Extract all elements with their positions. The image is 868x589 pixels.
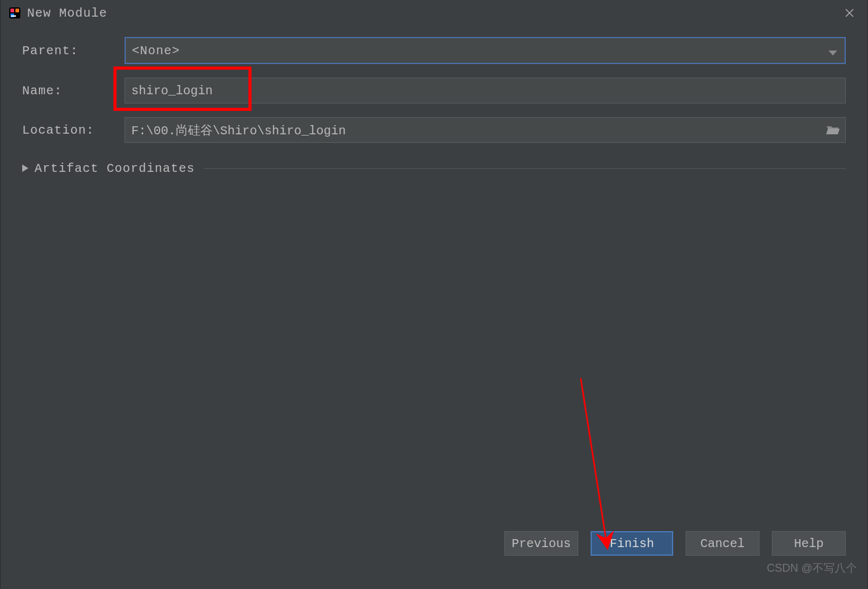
row-location: Location: (22, 117, 846, 143)
intellij-icon (9, 7, 21, 19)
label-location: Location: (22, 123, 125, 137)
svg-rect-1 (10, 9, 14, 12)
svg-rect-2 (15, 9, 19, 12)
close-icon (845, 9, 854, 17)
expander-divider (203, 168, 846, 169)
previous-button[interactable]: Previous (504, 531, 578, 556)
caret-down-icon (829, 46, 837, 60)
help-button[interactable]: Help (772, 531, 846, 556)
parent-dropdown[interactable]: <None> (125, 37, 846, 64)
label-name: Name: (22, 84, 125, 98)
button-bar: Previous Finish Cancel Help (0, 531, 868, 556)
svg-marker-8 (22, 165, 28, 172)
triangle-right-icon (22, 161, 28, 176)
name-input[interactable] (125, 78, 846, 104)
svg-rect-4 (11, 15, 16, 17)
titlebar: New Module (0, 0, 868, 26)
cancel-button[interactable]: Cancel (686, 531, 760, 556)
expander-label: Artifact Coordinates (35, 161, 195, 176)
folder-open-icon (826, 124, 840, 136)
browse-location-button[interactable] (824, 121, 842, 139)
finish-button[interactable]: Finish (591, 531, 673, 556)
location-input[interactable] (125, 117, 846, 143)
close-button[interactable] (840, 3, 859, 23)
svg-marker-7 (829, 51, 837, 55)
row-parent: Parent: <None> (22, 37, 846, 64)
parent-value: <None> (132, 44, 180, 58)
label-parent: Parent: (22, 44, 125, 58)
content-area: Parent: <None> Name: Location: (0, 37, 868, 508)
window-title: New Module (27, 6, 107, 20)
watermark: CSDN @不写八个 (767, 561, 857, 575)
artifact-coordinates-expander[interactable]: Artifact Coordinates (22, 161, 846, 176)
row-name: Name: (22, 78, 846, 104)
